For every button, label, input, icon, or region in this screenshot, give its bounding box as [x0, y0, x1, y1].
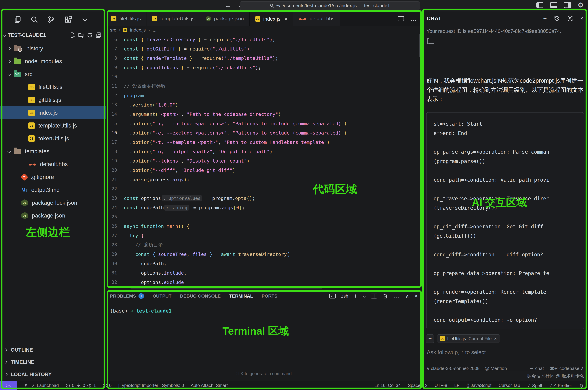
command-center-path[interactable]: ~/Documents/test-claude1/src/index.js — … [240, 1, 420, 10]
status-launchpad[interactable]: Launchpad [24, 383, 59, 388]
status--prettier[interactable]: ✓✓ Prettier [549, 383, 572, 388]
remote-indicator[interactable]: >< [0, 381, 17, 390]
line-number: 15 [106, 121, 124, 126]
back-icon[interactable]: ← [225, 2, 231, 9]
chat-input[interactable]: Ask followup, ↑ to select [422, 343, 588, 356]
chevron-down-icon[interactable] [81, 16, 89, 24]
tree-item-src[interactable]: src [0, 68, 106, 81]
panel-close-icon[interactable]: × [414, 293, 418, 299]
section-label: TIMELINE [11, 359, 34, 365]
flowchart-code-block[interactable]: st=>start: Starte=>end: End op_parse_arg… [426, 112, 584, 329]
tab-fileutils-js[interactable]: JSfileUtils.js [106, 11, 146, 26]
explorer-header[interactable]: TEST-CLAUDE1 [0, 28, 106, 42]
tree-item-templateutils-js[interactable]: JStemplateUtils.js [0, 119, 106, 132]
js-file-icon: JS [28, 122, 35, 129]
sidebar-section-outline[interactable]: OUTLINE [0, 344, 106, 356]
status-broadcast[interactable]: 0 [103, 383, 112, 388]
tree-item-node-modules[interactable]: node_modules [0, 55, 106, 68]
close-icon[interactable]: × [284, 16, 288, 22]
extensions-icon[interactable] [64, 16, 72, 24]
panel-maximize-icon[interactable]: ∧ [406, 293, 409, 299]
panel-tab-output[interactable]: OUTPUT [153, 293, 172, 299]
status-cursor-tab[interactable]: Cursor Tab [499, 383, 520, 388]
status-text[interactable]: [TypeScript Importer]: Symbols: 0 [118, 383, 184, 388]
tree-item-tokenutils-js[interactable]: JStokenUtils.js [0, 132, 106, 145]
new-folder-icon[interactable] [78, 32, 84, 38]
status--javascript[interactable]: {} JavaScript [467, 383, 491, 388]
split-editor-icon[interactable] [398, 16, 404, 21]
codebase-submit[interactable]: ⌘↵ codebase ∧ [550, 366, 584, 371]
chat-history-icon[interactable] [554, 15, 560, 21]
toggle-bottom-panel-icon[interactable] [550, 2, 557, 8]
breadcrumb[interactable]: src›JSindex.js›... [106, 26, 422, 34]
terminal-dropdown-icon[interactable] [362, 294, 366, 298]
panel-more-icon[interactable]: … [394, 293, 400, 299]
tree-item-output3-md[interactable]: M↓output3.md [0, 184, 106, 196]
context-chip[interactable]: JS fileUtils.js Current File × [437, 335, 500, 343]
search-icon [270, 3, 274, 8]
copy-icon[interactable] [427, 38, 432, 44]
panel-tab-ports[interactable]: PORTS [262, 293, 277, 299]
collapse-all-icon[interactable] [95, 32, 102, 38]
tree-item-default-hbs[interactable]: default.hbs [0, 158, 106, 171]
tab-default-hbs[interactable]: default.hbs [293, 11, 340, 26]
gear-icon[interactable]: ⚙ [578, 2, 584, 8]
status-lf[interactable]: LF [454, 383, 460, 388]
sidebar-section-timeline[interactable]: TIMELINE [0, 356, 106, 368]
watermark-text: 掘金技术社区 @ 魔术师卡颂 [422, 371, 588, 381]
split-terminal-icon[interactable] [371, 293, 377, 298]
chevron-right-icon [4, 373, 8, 376]
mention-button[interactable]: @ Mention [485, 366, 507, 371]
toggle-left-panel-icon[interactable] [536, 2, 543, 8]
tree-item-package-json[interactable]: JSpackage.json [0, 209, 106, 222]
new-chat-icon[interactable]: + [543, 15, 547, 22]
breadcrumb-item[interactable]: index.js [130, 27, 146, 33]
tab-label: fileUtils.js [119, 16, 141, 22]
tab-label: templateUtils.js [160, 16, 195, 22]
status-utf-8[interactable]: UTF-8 [435, 383, 447, 388]
add-context-icon[interactable]: + [426, 335, 434, 343]
tab-package-json[interactable]: JSpackage.json [200, 11, 249, 26]
chat-submit[interactable]: ↵ chat [530, 366, 544, 371]
toggle-right-panel-icon[interactable] [564, 2, 571, 8]
model-selector[interactable]: ∧ claude-3-5-sonnet-200k [426, 366, 479, 371]
tree-item--gitignore[interactable]: Y.gitignore [0, 171, 106, 184]
status-text[interactable]: Auto Attach: Smart [191, 383, 228, 388]
tree-item-gitutils-js[interactable]: JSgitUtils.js [0, 94, 106, 106]
tree-item-index-js[interactable]: JSindex.js [0, 106, 106, 119]
editor-hscrollbar[interactable] [130, 288, 322, 290]
trash-icon[interactable] [383, 293, 388, 299]
explorer-icon[interactable] [13, 16, 21, 24]
status-ln-16-col-34[interactable]: Ln 16, Col 34 [374, 383, 401, 388]
sidebar-section-local-history[interactable]: LOCAL HISTORY [0, 368, 106, 381]
terminal-output[interactable]: (base)→test-claude1 [106, 302, 422, 314]
close-chat-icon[interactable]: × [580, 15, 584, 22]
expand-chat-icon[interactable] [567, 15, 573, 21]
breadcrumb-item[interactable]: src [110, 27, 116, 33]
panel-tab-terminal[interactable]: TERMINAL [229, 293, 253, 299]
breadcrumb-item[interactable]: ... [153, 27, 156, 33]
tab-templateutils-js[interactable]: JStemplateUtils.js [146, 11, 200, 26]
terminal-shell-icon[interactable]: >_ [329, 293, 336, 298]
editor-scrollbar[interactable] [419, 34, 421, 57]
code-editor[interactable]: 6const { traverseDirectory } = require("… [106, 34, 422, 290]
status-spaces-2[interactable]: Spaces: 2 [408, 383, 428, 388]
bell-icon[interactable] [579, 383, 584, 388]
tree-item--history[interactable]: .history [0, 42, 106, 55]
tree-item-package-lock-json[interactable]: JSpackage-lock.json [0, 196, 106, 209]
new-terminal-icon[interactable]: + [354, 293, 357, 299]
source-control-icon[interactable] [47, 16, 55, 24]
more-actions-icon[interactable]: … [411, 15, 417, 22]
status-problems[interactable]: 001 [65, 383, 96, 388]
panel-tab-debug-console[interactable]: DEBUG CONSOLE [180, 293, 221, 299]
chip-close-icon[interactable]: × [494, 336, 497, 341]
refresh-icon[interactable] [87, 32, 93, 38]
tree-item-templates[interactable]: templates [0, 145, 106, 158]
panel-tab-problems[interactable]: PROBLEMS1 [110, 293, 144, 299]
tree-item-fileutils-js[interactable]: JSfileUtils.js [0, 81, 106, 94]
tab-index-js[interactable]: JSindex.js× [250, 11, 293, 26]
code-line-27: 27 try { [106, 231, 422, 240]
search-view-icon[interactable] [30, 16, 38, 24]
new-file-icon[interactable] [69, 32, 76, 38]
status--spell[interactable]: ✓ Spell [527, 383, 542, 388]
